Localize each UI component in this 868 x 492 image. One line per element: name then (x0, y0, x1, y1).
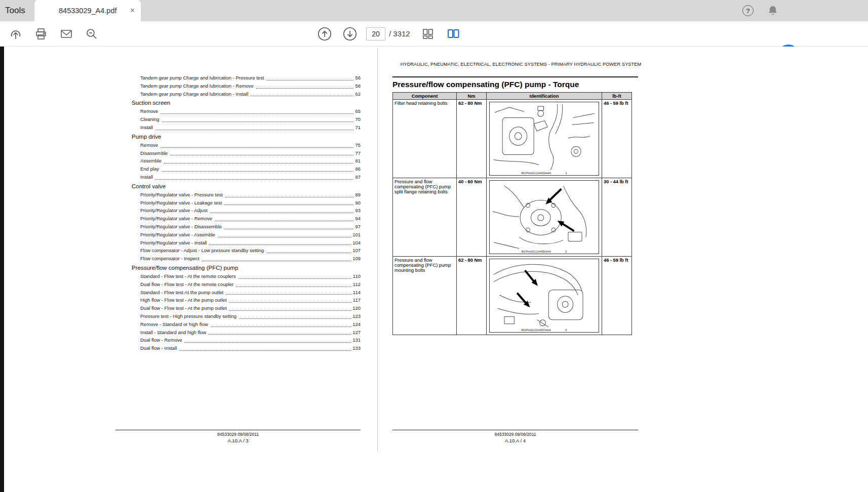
toc-item: End play86 (140, 165, 361, 173)
help-icon[interactable]: ? (742, 5, 754, 16)
torque-table-header: ComponentNmIdentificationlb-ft (393, 93, 632, 100)
toc-item: High flow - Flow test - At the pump outl… (140, 296, 361, 304)
torque-column-header: lb-ft (602, 93, 632, 100)
document-tab-title: 84533029_A4.pdf (59, 7, 127, 15)
pump-figure: RCPH10CCH433AAA1 (489, 102, 599, 176)
toc-dot-leader (164, 163, 354, 163)
toc-item: Disassemble77 (140, 149, 361, 157)
toc-item: Assemble81 (140, 157, 361, 165)
lbft-value-cell: 46 - 59 lb ft (602, 100, 632, 178)
chapter-header: HYDRAULIC, PNEUMATIC, ELECTRICAL, ELECTR… (378, 62, 663, 67)
torque-table: ComponentNmIdentificationlb-ft Filter he… (392, 92, 632, 335)
nm-value-cell: 62 - 80 Nm (457, 100, 487, 178)
torque-column-header: Identification (487, 93, 602, 100)
section-title: Pressure/flow compensating (PFC) pump - … (392, 80, 579, 89)
upload-icon[interactable] (9, 27, 22, 40)
thumbnail-grid-icon[interactable] (421, 27, 435, 40)
sidebar-edge (0, 47, 4, 492)
toc-dot-leader (215, 221, 353, 221)
footer-doc-date: 84533029 09/08/2011 (392, 432, 638, 437)
identification-cell: RCPH11CCH437AAA3 (487, 257, 602, 335)
notification-bell-icon[interactable] (767, 5, 779, 17)
toc-dot-leader (218, 237, 351, 237)
toc-item: Install71 (140, 124, 361, 132)
print-icon[interactable] (34, 27, 48, 40)
torque-column-header: Component (393, 93, 457, 100)
pdf-page-right: HYDRAULIC, PNEUMATIC, ELECTRICAL, ELECTR… (378, 48, 663, 458)
component-cell: Filter head retaining bolts (393, 100, 457, 178)
toc-item: Dual flow - Remove131 (140, 336, 361, 344)
toc-item: Priority/Regulator valve - Disassemble97 (140, 223, 361, 231)
toc-dot-leader (155, 130, 354, 130)
nm-value-cell: 62 - 80 Nm (457, 257, 487, 335)
email-icon[interactable] (60, 27, 73, 40)
pump-figure: RCPH10CCH435AAA2 (489, 180, 599, 254)
toc-item: Flow compensator - Adjust - Low pressure… (140, 247, 361, 255)
toc-item: Install87 (140, 173, 361, 181)
toc-item: Dual flow - Install133 (140, 344, 361, 352)
page-number-input[interactable] (366, 27, 385, 40)
toc-item: Standard - Flow test - At the remote cou… (140, 272, 361, 280)
toc-dot-leader (210, 213, 354, 213)
torque-table-row: Filter head retaining bolts62 - 80 NmRCP… (393, 100, 632, 178)
torque-table-row: Pressure and flow compensating (PFC) pum… (393, 257, 632, 335)
nm-value-cell: 40 - 60 Nm (457, 178, 487, 257)
toc-dot-leader (161, 113, 353, 114)
toc-dot-leader (225, 197, 354, 197)
toc-dot-leader (185, 342, 351, 343)
footer-page-ref: A.10.A / 4 (392, 438, 638, 443)
toc-item: Priority/Regulator valve - Assemble101 (140, 231, 361, 239)
toc-item: Dual flow - Flow test - At the remote co… (140, 280, 361, 289)
header-rule (392, 76, 638, 77)
identification-cell: RCPH10CCH435AAA2 (487, 178, 602, 257)
table-of-contents: Tandem gear pump Charge and lubrication … (132, 74, 361, 352)
figure-caption: RCPH11CCH437AAA3 (490, 329, 599, 332)
page-down-icon[interactable] (343, 27, 357, 41)
toc-item: Remove - Standard or high flow124 (140, 320, 361, 329)
component-cell: Pressure and flow compensating (PFC) pum… (393, 257, 457, 335)
toc-item: Remove65 (140, 107, 361, 115)
toc-item: Flow compensator - Inspect109 (140, 255, 361, 263)
toc-dot-leader (256, 88, 354, 89)
toc-dot-leader (251, 96, 353, 96)
toc-section-heading: Suction screen (132, 99, 361, 107)
facing-pages-icon[interactable] (447, 27, 460, 40)
toc-dot-leader (209, 244, 351, 245)
zoom-out-icon[interactable] (85, 27, 98, 40)
document-tab[interactable]: 84533029_A4.pdf × (34, 0, 141, 21)
figure-caption: RCPH10CCH433AAA1 (490, 172, 599, 175)
toc-dot-leader (170, 155, 353, 155)
toc-dot-leader (211, 326, 351, 327)
toc-dot-leader (229, 310, 351, 311)
toc-dot-leader (224, 204, 353, 205)
toc-item: Tandem gear pump Charge and lubrication … (140, 82, 361, 90)
figure-caption: RCPH10CCH435AAA2 (490, 250, 599, 253)
toc-item: Pressure test - High pressure standby se… (140, 312, 361, 320)
toc-dot-leader (224, 229, 353, 229)
toc-item: Priority/Regulator valve - Pressure test… (140, 191, 361, 199)
torque-column-header: Nm (457, 93, 487, 100)
torque-table-row: Pressure and flow compensating (PFC) pum… (393, 178, 632, 257)
toc-dot-leader (179, 350, 351, 351)
toc-dot-leader (202, 261, 351, 261)
pdf-toolbar: / 3312 (0, 21, 868, 47)
toc-dot-leader (209, 334, 351, 335)
toc-item: Cleaning70 (140, 115, 361, 124)
component-cell: Pressure and flow compensating (PFC) pum… (393, 178, 457, 257)
toc-dot-leader (236, 286, 351, 287)
tools-menu[interactable]: Tools (1, 0, 29, 21)
toc-section-heading: Pressure/flow compensating (PFC) pump (132, 264, 361, 272)
toc-item: Priority/Regulator valve - Install104 (140, 239, 361, 247)
tab-bar: Tools 84533029_A4.pdf × ? (0, 0, 868, 21)
toc-dot-leader (161, 147, 353, 148)
toc-item: Standard - Flow test At the pump outlet1… (140, 289, 361, 297)
identification-cell: RCPH10CCH433AAA1 (487, 100, 602, 178)
tab-close-icon[interactable]: × (130, 7, 135, 15)
footer-page-ref: A.10.A / 3 (115, 438, 361, 443)
toc-dot-leader (239, 318, 351, 319)
toc-item: Remove75 (140, 141, 361, 149)
toc-dot-leader (266, 253, 351, 253)
toc-dot-leader (229, 302, 351, 303)
toc-item: Priority/Regulator valve - Adjust93 (140, 207, 361, 215)
page-up-icon[interactable] (318, 27, 332, 41)
